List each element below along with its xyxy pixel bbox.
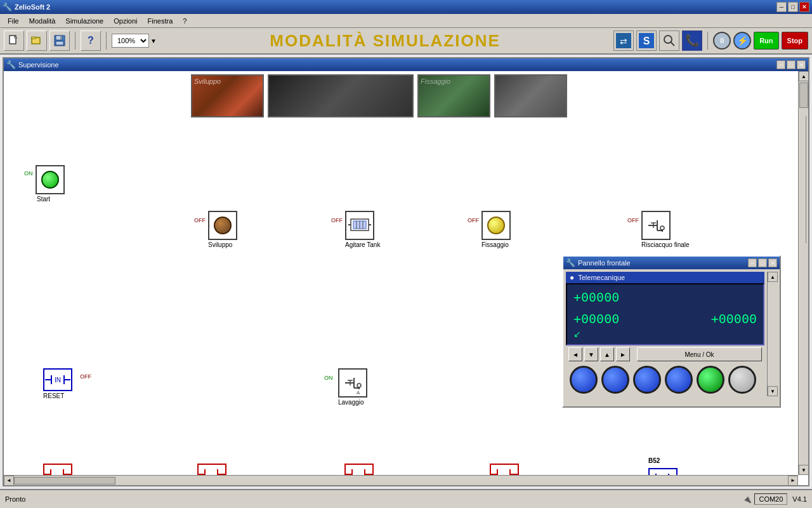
on-label-start: ON [24, 170, 33, 177]
svg-text:S: S [643, 36, 650, 46]
menu-opzioni[interactable]: Opzioni [108, 16, 142, 26]
s-icon[interactable]: S [636, 30, 657, 51]
photo-sviluppo: Sviluppo [191, 74, 264, 117]
pannello-title-text: Pannello frontale [578, 259, 631, 267]
pannello-close[interactable]: ✕ [768, 258, 777, 267]
lavaggio-label: Lavaggio [338, 399, 367, 406]
round-btn-1[interactable] [570, 366, 598, 394]
lcd-body: +00000 +00000 +00000 ↙ [566, 283, 764, 345]
risciacquo-box [641, 211, 671, 240]
start-component: ON Start [36, 165, 65, 203]
help-button[interactable]: ? [81, 30, 101, 51]
pannello-restore[interactable]: □ [758, 258, 767, 267]
supervisione-icon: 🔧 [6, 60, 16, 69]
main-area: 🔧 Supervisione ─ □ ✕ ON Start [0, 55, 812, 489]
round-btn-3[interactable] [633, 366, 661, 394]
close-button[interactable]: ✕ [799, 2, 809, 12]
pannello-minimize[interactable]: ─ [748, 258, 757, 267]
scroll-down-btn[interactable]: ▼ [799, 465, 809, 475]
zoom-select[interactable]: 100% 50% 75% 125% 150% [112, 34, 149, 48]
right-toolbar: ⇄ S 📞 ⏸ ⚡ Run Stop [613, 30, 808, 51]
titlebar-right: ─ □ ✕ [776, 2, 809, 12]
toolbar-separator-3 [707, 32, 708, 50]
pannello-scroll-down[interactable]: ▼ [768, 386, 778, 396]
menu-modalita[interactable]: Modalità [24, 16, 61, 26]
nav-down-btn[interactable]: ▼ [584, 347, 598, 361]
app-icon: 🔧 [3, 3, 12, 11]
supervisione-titlebar: 🔧 Supervisione ─ □ ✕ [4, 58, 808, 71]
minimize-button[interactable]: ─ [776, 2, 787, 12]
phone-icon[interactable]: 📞 [682, 30, 702, 51]
risciacquo-faucet-icon [645, 214, 667, 237]
lcd-line2: +00000 +00000 [573, 311, 757, 326]
lcd-line2-left: +00000 [573, 311, 619, 326]
menu-simulazione[interactable]: Simulazione [60, 16, 108, 26]
agitare-box [345, 211, 374, 240]
risciacquo-component: OFF Risciacquo finale [641, 211, 690, 248]
supervisione-restore[interactable]: □ [787, 60, 796, 69]
new-button[interactable] [4, 30, 24, 51]
svg-text:📞: 📞 [685, 34, 700, 48]
menubar: File Modalità Simulazione Opzioni Finest… [0, 14, 812, 28]
sviluppo-circle [214, 217, 232, 234]
reset-off-label: OFF [80, 373, 91, 380]
round-btn-2[interactable] [601, 366, 629, 394]
svg-rect-3 [32, 37, 36, 39]
stop-button[interactable]: Stop [782, 32, 808, 50]
lavaggio-box: A [338, 368, 367, 398]
brand-label: Telemecanique [578, 274, 625, 281]
start-box [36, 165, 65, 194]
contact-start: ON Start [43, 464, 72, 475]
reset-box: IN [43, 368, 72, 391]
pause-button[interactable]: ⏸ [713, 32, 731, 50]
run-button[interactable]: Run [754, 32, 778, 50]
pannello-scroll[interactable]: ▲ ▼ [767, 272, 777, 396]
agitare-component: OFF Agitare Tank [345, 211, 380, 248]
horiz-scroll-track [14, 476, 788, 485]
lcd-nav: ◄ ▼ ▲ ► Menu / Ok [566, 345, 764, 363]
photo-risciacquo [494, 74, 567, 117]
vert-scrollbar[interactable]: ▲ ▼ [798, 71, 808, 475]
menu-help[interactable]: ? [178, 16, 192, 26]
round-btn-4[interactable] [665, 366, 693, 394]
lavaggio-faucet-icon: A [341, 371, 364, 394]
supervisione-close[interactable]: ✕ [797, 60, 806, 69]
supervisione-minimize[interactable]: ─ [776, 60, 785, 69]
contact-b52: OFF Risciacquo Finale [648, 468, 678, 475]
pannello-scroll-up[interactable]: ▲ [768, 272, 778, 282]
nav-up-btn[interactable]: ▲ [600, 347, 614, 361]
menu-file[interactable]: File [3, 16, 24, 26]
start-label: Start [37, 196, 65, 203]
transfer-icon[interactable]: ⇄ [613, 30, 634, 51]
scroll-right-btn[interactable]: ► [788, 476, 798, 486]
nav-right-btn[interactable]: ► [616, 347, 630, 361]
lightning-button[interactable]: ⚡ [733, 32, 751, 50]
search-icon[interactable] [659, 30, 679, 51]
com-area: 🔌 COM20 [743, 493, 787, 505]
lavaggio-on-label: ON [324, 375, 333, 381]
nav-left-btn[interactable]: ◄ [568, 347, 582, 361]
reset-symbol: IN [45, 370, 70, 389]
scroll-thumb[interactable] [799, 83, 808, 108]
menu-finestra[interactable]: Finestra [143, 16, 178, 26]
scroll-left-btn[interactable]: ◄ [4, 476, 14, 486]
sviluppo-component: OFF Sviluppo [208, 211, 237, 248]
svg-text:IN: IN [55, 377, 61, 384]
com-icon: 🔌 [743, 495, 752, 504]
open-button[interactable] [27, 30, 47, 51]
horiz-scrollbar[interactable]: ◄ ► [4, 475, 798, 485]
menu-ok-btn[interactable]: Menu / Ok [637, 347, 762, 361]
restore-button[interactable]: □ [788, 2, 798, 12]
horiz-scroll-thumb[interactable] [14, 477, 115, 485]
brand-header: ● Telemecanique [566, 272, 764, 283]
com-status: COM20 [754, 493, 787, 505]
round-btn-5[interactable] [697, 366, 724, 394]
scroll-up-btn[interactable]: ▲ [799, 71, 809, 81]
pannello-window: 🔧 Pannello frontale ─ □ ✕ ● Telemecaniqu… [562, 255, 781, 408]
fissaggio-box [481, 211, 511, 240]
toolbar-separator-1 [75, 32, 75, 50]
save-button[interactable] [49, 30, 70, 51]
round-btn-6[interactable] [728, 366, 756, 394]
pannello-content: ● Telemecanique +00000 +00000 +00000 ↙ [563, 269, 780, 399]
pannello-scroll-track [768, 282, 777, 386]
